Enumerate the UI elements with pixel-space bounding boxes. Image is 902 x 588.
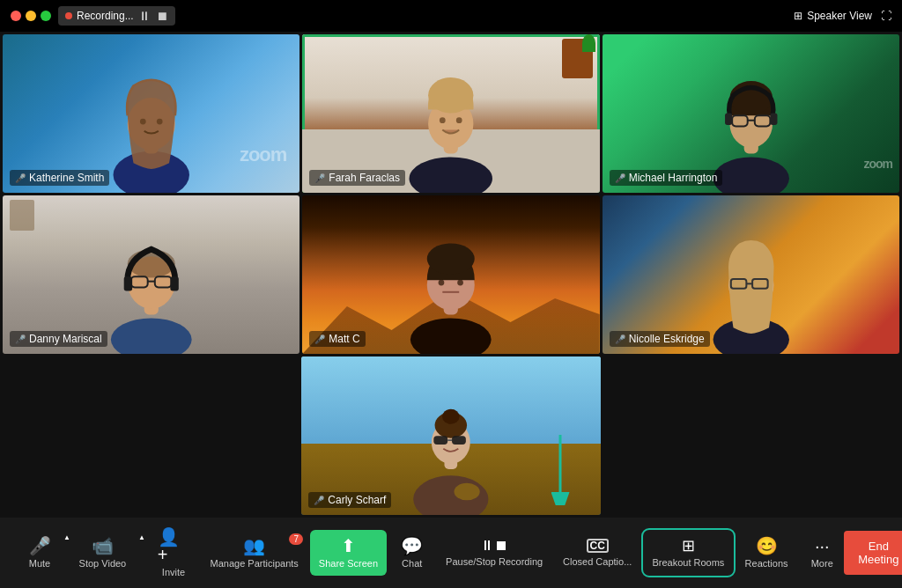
- svg-point-11: [713, 158, 788, 194]
- speaker-view-icon: ⊞: [794, 10, 802, 22]
- toolbar-right: End Meeting: [844, 531, 902, 575]
- stop-icon[interactable]: ⏹: [156, 9, 168, 23]
- svg-rect-28: [170, 276, 178, 290]
- svg-point-47: [442, 408, 459, 423]
- manage-participants-button[interactable]: 👥 Manage Participants 7: [202, 530, 307, 576]
- name-label-nicolle: 🎤 Nicolle Eskridge: [610, 331, 710, 347]
- speaker-view-button[interactable]: ⊞ Speaker View: [794, 10, 872, 22]
- mic-icon-nicolle: 🎤: [615, 334, 625, 344]
- grid-row-1: zoom 🎤 Katherine Smith: [3, 34, 899, 193]
- video-cell-danny: 🎤 Danny Mariscal: [3, 195, 299, 354]
- svg-point-9: [440, 117, 446, 123]
- mic-icon-michael: 🎤: [615, 173, 625, 183]
- top-bar-right: ⊞ Speaker View ⛶: [794, 10, 891, 22]
- more-button[interactable]: ··· More: [800, 530, 844, 576]
- svg-rect-27: [124, 276, 132, 290]
- nicolle-face: [603, 195, 899, 354]
- pause-stop-recording-button[interactable]: ⏸⏹ Pause/Stop Recording: [438, 532, 551, 574]
- svg-point-20: [111, 319, 192, 355]
- svg-point-5: [410, 158, 493, 194]
- maximize-button[interactable]: [41, 11, 51, 21]
- traffic-lights: [11, 11, 51, 21]
- mic-icon-katherine: 🎤: [15, 173, 26, 183]
- grid-row-2: 🎤 Danny Mariscal: [3, 195, 899, 354]
- name-label-matt: 🎤 Matt C: [309, 331, 365, 347]
- share-screen-icon: ⬆: [341, 537, 356, 555]
- speaker-view-label: Speaker View: [807, 10, 872, 22]
- toolbar-center: 📹 Stop Video ▲ 👤+ Invite 👥 Manage Partic…: [70, 521, 844, 584]
- svg-rect-49: [452, 436, 466, 445]
- svg-rect-48: [433, 436, 447, 445]
- top-bar-left: Recording... ⏸ ⏹: [11, 6, 175, 26]
- chat-icon: 💬: [401, 537, 423, 555]
- grid-row-3: 🎤 Carly Scharf: [3, 356, 899, 515]
- invite-icon: 👤+: [158, 528, 189, 563]
- video-grid: zoom 🎤 Katherine Smith: [0, 32, 902, 518]
- minimize-button[interactable]: [26, 11, 36, 21]
- video-caret[interactable]: ▲: [138, 528, 145, 577]
- svg-point-4: [157, 119, 163, 125]
- mic-icon-carly: 🎤: [314, 496, 324, 505]
- name-label-danny: 🎤 Danny Mariscal: [10, 331, 107, 347]
- svg-rect-19: [770, 114, 777, 126]
- cc-icon: CC: [587, 539, 609, 553]
- stop-video-button[interactable]: 📹 Stop Video: [70, 530, 135, 576]
- name-label-farah: 🎤 Farah Faraclas: [309, 170, 405, 186]
- mic-icon-farah: 🎤: [314, 173, 325, 183]
- reactions-icon: 😊: [756, 537, 778, 555]
- svg-point-33: [439, 280, 445, 286]
- reactions-button[interactable]: 😊 Reactions: [736, 530, 796, 576]
- participants-icon: 👥: [243, 537, 265, 555]
- recording-label: Recording...: [77, 10, 134, 22]
- zoom-logo-michael: zoom: [863, 157, 892, 171]
- chat-button[interactable]: 💬 Chat: [390, 530, 434, 576]
- michael-face: zoom: [603, 34, 899, 193]
- farah-face: [302, 34, 599, 193]
- video-cell-nicolle: 🎤 Nicolle Eskridge: [603, 195, 899, 354]
- participants-count-badge: 7: [289, 533, 303, 545]
- camera-icon: 📹: [92, 537, 114, 555]
- mic-icon-danny: 🎤: [15, 334, 26, 344]
- pause-icon[interactable]: ⏸: [138, 9, 151, 23]
- share-screen-button[interactable]: ⬆ Share Screen: [310, 530, 386, 576]
- video-cell-farah: 🎤 Farah Faraclas: [302, 34, 599, 193]
- close-button[interactable]: [11, 11, 21, 21]
- svg-point-29: [410, 319, 492, 355]
- svg-point-32: [427, 243, 475, 274]
- zoom-logo-katherine: zoom: [240, 143, 286, 166]
- video-cell-matt: 🎤 Matt C: [302, 195, 599, 354]
- name-label-katherine: 🎤 Katherine Smith: [10, 170, 109, 186]
- mute-caret[interactable]: ▲: [63, 528, 70, 577]
- arrow-indicator: [543, 435, 578, 509]
- closed-captions-button[interactable]: CC Closed Captio...: [555, 532, 640, 574]
- video-cell-katherine: zoom 🎤 Katherine Smith: [3, 34, 299, 193]
- mic-icon: 🎤: [29, 537, 51, 555]
- svg-point-8: [428, 77, 473, 114]
- recording-controls: ⏸ ⏹: [138, 9, 168, 23]
- mute-button[interactable]: 🎤 Mute: [18, 530, 62, 576]
- fullscreen-icon[interactable]: ⛶: [881, 10, 891, 22]
- svg-point-10: [456, 117, 462, 123]
- svg-point-34: [457, 280, 463, 286]
- svg-point-3: [140, 119, 146, 125]
- toolbar-left: 🎤 Mute ▲: [18, 528, 70, 577]
- more-icon: ···: [815, 537, 830, 555]
- matt-face: [302, 195, 599, 354]
- breakout-rooms-icon: ⊞: [682, 538, 695, 554]
- top-bar: Recording... ⏸ ⏹ ⊞ Speaker View ⛶: [0, 0, 902, 32]
- danny-face: [3, 195, 299, 354]
- breakout-rooms-button[interactable]: ⊞ Breakout Rooms: [644, 531, 733, 575]
- toolbar: 🎤 Mute ▲ 📹 Stop Video ▲ 👤+ Invite 👥 Mana…: [0, 518, 902, 588]
- invite-button[interactable]: 👤+ Invite: [149, 521, 198, 584]
- katherine-face: zoom: [3, 34, 299, 193]
- recording-badge: Recording... ⏸ ⏹: [58, 6, 175, 26]
- recording-control-icon: ⏸⏹: [480, 539, 508, 553]
- name-label-michael: 🎤 Michael Harrington: [610, 170, 723, 186]
- end-meeting-button[interactable]: End Meeting: [844, 531, 902, 575]
- svg-point-43: [455, 482, 480, 499]
- grid-container: zoom 🎤 Katherine Smith: [0, 32, 902, 518]
- recording-dot: [65, 12, 72, 19]
- video-cell-michael: zoom 🎤 Michael Harrington: [603, 34, 899, 193]
- name-label-carly: 🎤 Carly Scharf: [308, 492, 391, 508]
- mic-icon-matt: 🎤: [314, 334, 325, 344]
